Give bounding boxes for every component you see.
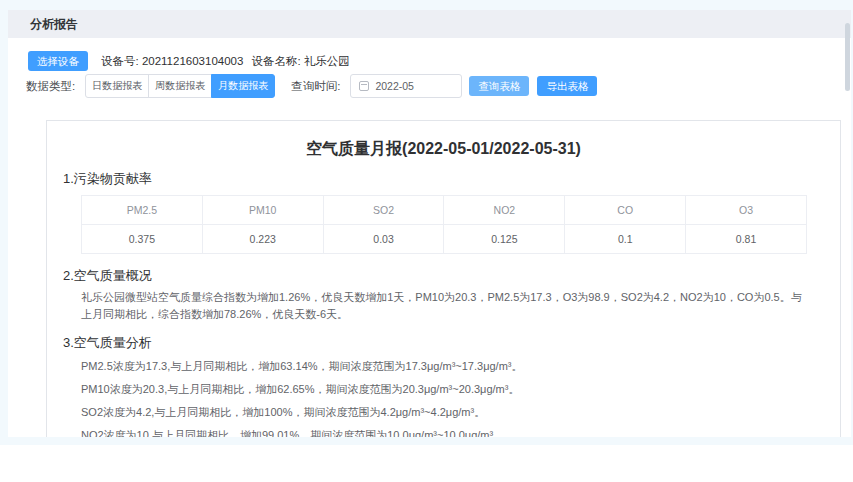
scrollbar-thumb[interactable]: [845, 23, 850, 91]
export-table-button[interactable]: 导出表格: [537, 76, 597, 97]
query-table-button[interactable]: 查询表格: [469, 76, 529, 97]
section1-heading: 1.污染物贡献率: [63, 171, 824, 187]
date-value: 2022-05: [375, 80, 414, 92]
data-type-label: 数据类型:: [26, 79, 75, 94]
analysis-line-so2: SO2浓度为4.2,与上月同期相比，增加100%，期间浓度范围为4.2μg/m³…: [81, 405, 806, 420]
analysis-line-pm25: PM2.5浓度为17.3,与上月同期相比，增加63.14%，期间浓度范围为17.…: [81, 359, 806, 374]
select-device-button[interactable]: 选择设备: [28, 51, 88, 72]
tab-monthly-report[interactable]: 月数据报表: [211, 74, 275, 98]
table-value-o3: 0.81: [686, 225, 807, 254]
analysis-report-panel: 分析报告 选择设备 设备号: 2021121603104003 设备名称: 礼乐…: [8, 10, 851, 437]
calendar-icon: [359, 81, 369, 91]
tab-weekly-report[interactable]: 周数据报表: [148, 74, 212, 98]
table-value-row: 0.375 0.223 0.03 0.125 0.1 0.81: [82, 225, 807, 254]
table-header-o3: O3: [686, 196, 807, 225]
report-title: 空气质量月报(2022-05-01/2022-05-31): [47, 139, 840, 159]
analysis-lines: PM2.5浓度为17.3,与上月同期相比，增加63.14%，期间浓度范围为17.…: [47, 359, 840, 437]
analysis-line-pm10: PM10浓度为20.3,与上月同期相比，增加62.65%，期间浓度范围为20.3…: [81, 382, 806, 397]
section3-heading: 3.空气质量分析: [63, 335, 824, 351]
table-value-co: 0.1: [565, 225, 686, 254]
table-header-pm25: PM2.5: [82, 196, 203, 225]
tab-daily-report[interactable]: 日数据报表: [85, 74, 149, 98]
table-header-row: PM2.5 PM10 SO2 NO2 CO O3: [82, 196, 807, 225]
section2-heading: 2.空气质量概况: [63, 268, 824, 284]
report-paper: 空气质量月报(2022-05-01/2022-05-31) 1.污染物贡献率 P…: [46, 120, 841, 437]
table-value-pm25: 0.375: [82, 225, 203, 254]
device-row: 选择设备 设备号: 2021121603104003 设备名称: 礼乐公园: [28, 48, 350, 74]
report-type-tab-group: 日数据报表 周数据报表 月数据报表: [85, 74, 275, 98]
table-header-co: CO: [565, 196, 686, 225]
filter-row: 数据类型: 日数据报表 周数据报表 月数据报表 查询时间: 2022-05 查询…: [26, 73, 597, 99]
table-header-pm10: PM10: [202, 196, 323, 225]
panel-header: 分析报告: [8, 10, 851, 38]
table-value-so2: 0.03: [323, 225, 444, 254]
page-title: 分析报告: [30, 17, 78, 31]
table-value-pm10: 0.223: [202, 225, 323, 254]
device-number-text: 设备号: 2021121603104003: [101, 54, 243, 69]
table-value-no2: 0.125: [444, 225, 565, 254]
table-header-no2: NO2: [444, 196, 565, 225]
overview-paragraph: 礼乐公园微型站空气质量综合指数为增加1.26%，优良天数增加1天，PM10为20…: [81, 289, 806, 323]
pollutant-contribution-table: PM2.5 PM10 SO2 NO2 CO O3 0.375 0.223 0.0…: [81, 195, 807, 254]
table-header-so2: SO2: [323, 196, 444, 225]
date-picker-input[interactable]: 2022-05: [350, 74, 462, 98]
device-name-text: 设备名称: 礼乐公园: [251, 54, 349, 69]
query-time-label: 查询时间:: [291, 79, 340, 94]
analysis-line-no2: NO2浓度为10,与上月同期相比，增加99.01%，期间浓度范围为10.0μg/…: [81, 428, 806, 437]
